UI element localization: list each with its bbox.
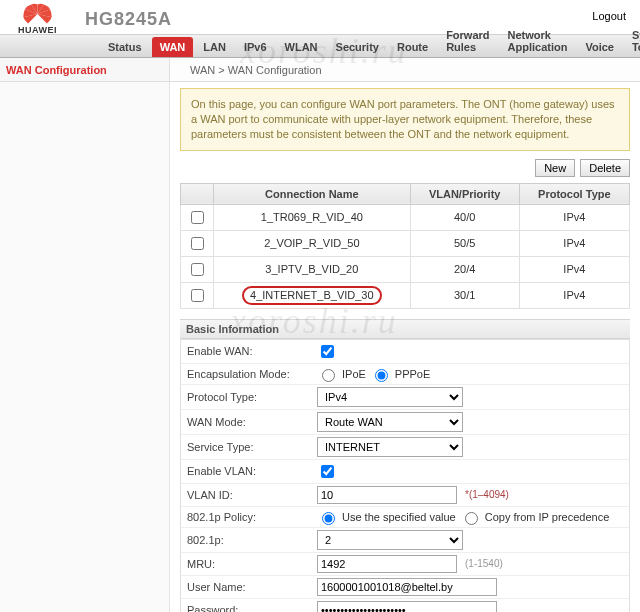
nav-voice[interactable]: Voice — [577, 37, 622, 57]
vlan-id-hint: *(1–4094) — [465, 489, 509, 500]
row-name: 4_INTERNET_B_VID_30 — [214, 282, 411, 308]
label-encap: Encapsulation Mode: — [187, 368, 317, 380]
label-mru: MRU: — [187, 558, 317, 570]
row-name: 2_VOIP_R_VID_50 — [214, 230, 411, 256]
row-vlan: 40/0 — [410, 204, 519, 230]
encap-pppoe-radio[interactable] — [375, 369, 388, 382]
main-nav: Status WAN LAN IPv6 WLAN Security Route … — [0, 34, 640, 58]
nav-wan[interactable]: WAN — [152, 37, 194, 57]
row-checkbox[interactable] — [191, 237, 204, 250]
row-proto: IPv4 — [519, 282, 629, 308]
nav-wlan[interactable]: WLAN — [277, 37, 326, 57]
row-checkbox[interactable] — [191, 263, 204, 276]
nav-lan[interactable]: LAN — [195, 37, 234, 57]
policy-copy-radio[interactable] — [465, 512, 478, 525]
table-row[interactable]: 1_TR069_R_VID_40 40/0 IPv4 — [181, 204, 630, 230]
col-proto: Protocol Type — [519, 183, 629, 204]
label-enable-wan: Enable WAN: — [187, 345, 317, 357]
nav-route[interactable]: Route — [389, 37, 436, 57]
row-vlan: 30/1 — [410, 282, 519, 308]
policy-copy-label: Copy from IP precedence — [485, 511, 610, 523]
wanmode-select[interactable]: Route WAN — [317, 412, 463, 432]
label-svctype: Service Type: — [187, 441, 317, 453]
breadcrumb: WAN > WAN Configuration — [170, 64, 322, 76]
8021p-select[interactable]: 2 — [317, 530, 463, 550]
row-proto: IPv4 — [519, 256, 629, 282]
vlan-id-input[interactable] — [317, 486, 457, 504]
brand-text: HUAWEI — [18, 25, 57, 35]
encap-ipoe-radio[interactable] — [322, 369, 335, 382]
table-row[interactable]: 3_IPTV_B_VID_20 20/4 IPv4 — [181, 256, 630, 282]
delete-button[interactable]: Delete — [580, 159, 630, 177]
protocol-select[interactable]: IPv4 — [317, 387, 463, 407]
info-note: On this page, you can configure WAN port… — [180, 88, 630, 151]
row-proto: IPv4 — [519, 230, 629, 256]
row-checkbox[interactable] — [191, 289, 204, 302]
mru-hint: (1-1540) — [465, 558, 503, 569]
username-input[interactable] — [317, 578, 497, 596]
row-name: 1_TR069_R_VID_40 — [214, 204, 411, 230]
label-proto: Protocol Type: — [187, 391, 317, 403]
col-name: Connection Name — [214, 183, 411, 204]
huawei-icon — [20, 3, 55, 25]
row-checkbox[interactable] — [191, 211, 204, 224]
policy-specified-radio[interactable] — [322, 512, 335, 525]
encap-ipoe-label: IPoE — [342, 368, 366, 380]
label-8021p: 802.1p: — [187, 534, 317, 546]
connection-table: Connection Name VLAN/Priority Protocol T… — [180, 183, 630, 309]
main-content: On this page, you can configure WAN port… — [170, 82, 640, 612]
label-vlanid: VLAN ID: — [187, 489, 317, 501]
sidebar — [0, 82, 170, 612]
password-input[interactable] — [317, 601, 497, 612]
col-check — [181, 183, 214, 204]
encap-pppoe-label: PPPoE — [395, 368, 430, 380]
row-name: 3_IPTV_B_VID_20 — [214, 256, 411, 282]
col-vlan: VLAN/Priority — [410, 183, 519, 204]
model-title: HG8245A — [85, 9, 172, 30]
nav-status[interactable]: Status — [100, 37, 150, 57]
nav-ipv6[interactable]: IPv6 — [236, 37, 275, 57]
table-row[interactable]: 2_VOIP_R_VID_50 50/5 IPv4 — [181, 230, 630, 256]
header: HUAWEI HG8245A Logout — [0, 0, 640, 34]
label-pass: Password: — [187, 604, 317, 612]
new-button[interactable]: New — [535, 159, 575, 177]
row-vlan: 20/4 — [410, 256, 519, 282]
mru-input[interactable] — [317, 555, 457, 573]
nav-security[interactable]: Security — [328, 37, 387, 57]
subheader: WAN Configuration WAN > WAN Configuratio… — [0, 58, 640, 82]
service-type-select[interactable]: INTERNET — [317, 437, 463, 457]
section-basic: Basic Information — [180, 319, 630, 339]
basic-form: Enable WAN: Encapsulation Mode: IPoE PPP… — [180, 339, 630, 612]
enable-vlan-checkbox[interactable] — [321, 465, 334, 478]
enable-wan-checkbox[interactable] — [321, 345, 334, 358]
brand-logo: HUAWEI — [10, 3, 65, 35]
table-row[interactable]: 4_INTERNET_B_VID_30 30/1 IPv4 — [181, 282, 630, 308]
label-user: User Name: — [187, 581, 317, 593]
label-wanmode: WAN Mode: — [187, 416, 317, 428]
policy-specified-label: Use the specified value — [342, 511, 456, 523]
logout-link[interactable]: Logout — [592, 10, 626, 22]
sidebar-active-item[interactable]: WAN Configuration — [0, 58, 170, 81]
row-vlan: 50/5 — [410, 230, 519, 256]
label-enable-vlan: Enable VLAN: — [187, 465, 317, 477]
row-proto: IPv4 — [519, 204, 629, 230]
label-policy: 802.1p Policy: — [187, 511, 317, 523]
